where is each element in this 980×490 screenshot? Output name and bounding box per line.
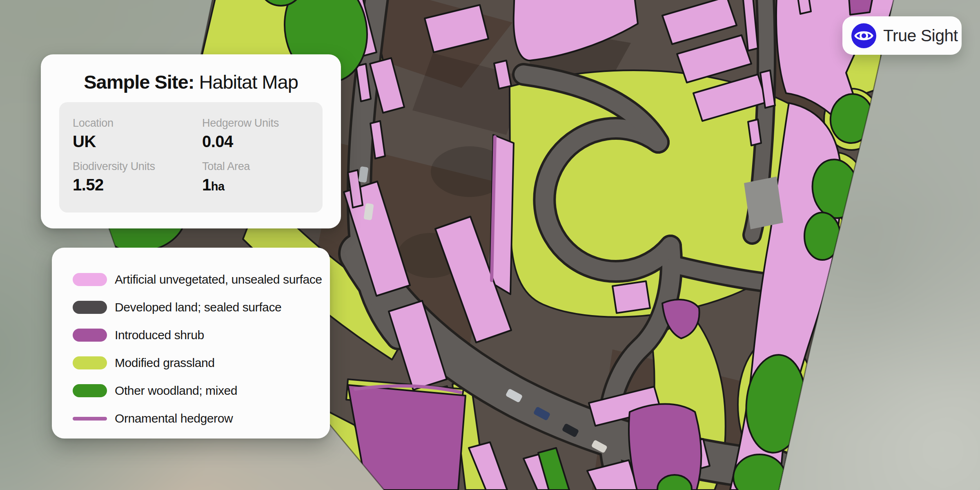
legend-item-other-woodland: Other woodland; mixed xyxy=(73,377,330,405)
legend-item-ornamental-hedgerow: Ornamental hedgerow xyxy=(73,405,330,432)
stat-value: UK xyxy=(73,132,96,150)
stat-value: 1.52 xyxy=(73,176,104,194)
stat-label: Location xyxy=(73,117,202,130)
stat-value: 1 xyxy=(202,176,211,194)
legend-label: Ornamental hedgerow xyxy=(115,412,233,425)
legend-swatch xyxy=(73,384,107,397)
stats-panel: Location UK Hedgerow Units 0.04 Biodiver… xyxy=(59,102,323,213)
legend-item-modified-grassland: Modified grassland xyxy=(73,349,330,377)
legend-card: Artificial unvegetated, unsealed surface… xyxy=(52,248,330,439)
legend-label: Developed land; sealed surface xyxy=(115,300,281,314)
site-info-card: Sample Site: Habitat Map Location UK Hed… xyxy=(41,54,341,228)
badge-label: True Sight xyxy=(883,26,958,45)
stat-hedgerow-units: Hedgerow Units 0.04 xyxy=(202,117,323,150)
card-title-regular: Habitat Map xyxy=(199,71,298,93)
stat-label: Biodiversity Units xyxy=(73,160,202,173)
legend-label: Artificial unvegetated, unsealed surface xyxy=(115,273,322,286)
eye-icon xyxy=(851,23,876,48)
stat-value: 0.04 xyxy=(202,132,233,150)
true-sight-badge[interactable]: True Sight xyxy=(842,16,962,55)
legend-swatch xyxy=(73,301,107,314)
legend-label: Modified grassland xyxy=(115,356,215,370)
legend-item-introduced-shrub: Introduced shrub xyxy=(73,321,330,349)
card-title: Sample Site: Habitat Map xyxy=(41,71,341,93)
legend-item-artificial-unsealed: Artificial unvegetated, unsealed surface xyxy=(73,266,330,293)
card-title-bold: Sample Site: xyxy=(84,71,194,93)
stat-location: Location UK xyxy=(73,117,202,150)
legend-swatch xyxy=(73,356,107,369)
legend-swatch-line xyxy=(73,417,107,421)
stat-total-area: Total Area 1ha xyxy=(202,160,323,193)
stat-label: Total Area xyxy=(202,160,323,173)
legend-label: Introduced shrub xyxy=(115,328,204,342)
legend-label: Other woodland; mixed xyxy=(115,384,237,398)
stat-biodiversity-units: Biodiversity Units 1.52 xyxy=(73,160,202,193)
stat-suffix: ha xyxy=(211,180,225,193)
legend-swatch xyxy=(73,273,107,286)
legend-item-developed-land: Developed land; sealed surface xyxy=(73,293,330,321)
legend-swatch xyxy=(73,329,107,342)
stat-label: Hedgerow Units xyxy=(202,117,323,130)
